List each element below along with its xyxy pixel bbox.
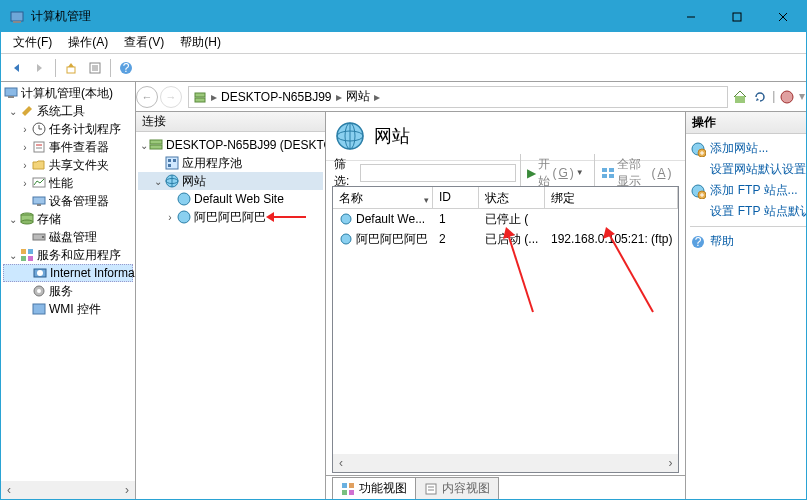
menubar: 文件(F) 操作(A) 查看(V) 帮助(H) <box>1 32 806 54</box>
sync-icon[interactable] <box>752 89 768 105</box>
svg-point-53 <box>178 193 190 205</box>
iis-icon <box>32 265 48 281</box>
app-icon <box>9 9 25 25</box>
tab-content[interactable]: 内容视图 <box>415 477 499 499</box>
action-add-ftp[interactable]: 添加 FTP 站点... <box>690 180 807 201</box>
menu-action[interactable]: 操作(A) <box>60 32 116 53</box>
connections-header: 连接 <box>136 112 325 132</box>
menu-view[interactable]: 查看(V) <box>116 32 172 53</box>
action-help[interactable]: ? 帮助 <box>690 231 807 252</box>
breadcrumb-separator-icon[interactable]: ▸ <box>372 90 382 104</box>
tree-services-apps[interactable]: ⌄ 服务和应用程序 <box>3 246 133 264</box>
expand-icon[interactable]: › <box>19 124 31 135</box>
tree-system-tools[interactable]: ⌄ 系统工具 <box>3 102 133 120</box>
expand-icon[interactable]: › <box>19 178 31 189</box>
main-area: 网站 筛选: ▶ 开始(G) ▼ 全部显示(A) <box>326 112 686 499</box>
menu-file[interactable]: 文件(F) <box>5 32 60 53</box>
column-header-state[interactable]: 状态 <box>479 187 545 208</box>
svg-text:?: ? <box>123 61 130 75</box>
action-add-website[interactable]: 添加网站... <box>690 138 807 159</box>
device-manager-icon <box>31 193 47 209</box>
filter-input[interactable] <box>360 164 516 182</box>
tree-task-scheduler[interactable]: › 任务计划程序 <box>3 120 133 138</box>
computer-icon <box>3 85 19 101</box>
breadcrumb-separator-icon[interactable]: ▸ <box>209 90 219 104</box>
expand-icon[interactable]: › <box>19 160 31 171</box>
left-scrollbar[interactable]: ‹ › <box>1 481 135 499</box>
maximize-button[interactable] <box>714 1 760 32</box>
up-button[interactable] <box>60 57 82 79</box>
properties-button[interactable] <box>84 57 106 79</box>
forward-button[interactable] <box>29 57 51 79</box>
titlebar: 计算机管理 <box>1 1 806 32</box>
site-icon <box>176 209 192 225</box>
expand-icon[interactable]: › <box>164 212 176 223</box>
svg-rect-0 <box>11 12 23 21</box>
collapse-icon[interactable]: ⌄ <box>7 106 19 117</box>
column-header-binding[interactable]: 绑定 <box>545 187 678 208</box>
svg-rect-48 <box>173 159 176 162</box>
tree-default-site[interactable]: Default Web Site <box>138 190 323 208</box>
column-header-name[interactable]: 名称 <box>333 187 433 208</box>
dropdown-arrow-icon[interactable]: ▾ <box>799 89 805 105</box>
stop-icon[interactable] <box>779 89 795 105</box>
nav-back-button[interactable]: ← <box>136 86 158 108</box>
breadcrumb-node[interactable]: DESKTOP-N65BJ99 <box>221 90 332 104</box>
scroll-left-icon[interactable]: ‹ <box>333 455 349 471</box>
collapse-icon[interactable]: ⌄ <box>7 250 19 261</box>
tree-wmi[interactable]: WMI 控件 <box>3 300 133 318</box>
scroll-right-icon[interactable]: › <box>662 455 678 471</box>
svg-rect-70 <box>342 490 347 495</box>
toolbar: ? <box>1 54 806 82</box>
help-button[interactable]: ? <box>115 57 137 79</box>
tree-label: 计算机管理(本地) <box>21 85 113 102</box>
svg-point-26 <box>21 220 33 224</box>
tree-device-manager[interactable]: 设备管理器 <box>3 192 133 210</box>
action-site-defaults[interactable]: 设置网站默认设置... <box>690 159 807 180</box>
column-header-id[interactable]: ID <box>433 187 479 208</box>
tree-services[interactable]: 服务 <box>3 282 133 300</box>
breadcrumb-node[interactable]: 网站 <box>346 88 370 105</box>
tree-custom-site[interactable]: › 阿巴阿巴阿巴 <box>138 208 323 226</box>
expand-icon[interactable]: › <box>19 142 31 153</box>
tree-storage[interactable]: ⌄ 存储 <box>3 210 133 228</box>
home-icon[interactable] <box>732 89 748 105</box>
close-button[interactable] <box>760 1 806 32</box>
menu-help[interactable]: 帮助(H) <box>172 32 229 53</box>
action-ftp-defaults[interactable]: 设置 FTP 站点默认值... <box>690 201 807 222</box>
mmc-tree[interactable]: 计算机管理(本地) ⌄ 系统工具 › 任务计划程序 › 事件查看器 › 共享文件… <box>1 82 135 481</box>
tree-performance[interactable]: › 性能 <box>3 174 133 192</box>
tree-disk-management[interactable]: 磁盘管理 <box>3 228 133 246</box>
sites-grid: 名称 ID 状态 绑定 Default We... 1 已停止 ( <box>332 186 679 473</box>
collapse-icon[interactable]: ⌄ <box>7 214 19 225</box>
toolbar-separator <box>55 59 56 77</box>
back-button[interactable] <box>5 57 27 79</box>
tree-root[interactable]: 计算机管理(本地) <box>3 84 133 102</box>
tab-features[interactable]: 功能视图 <box>332 477 416 499</box>
grid-body[interactable]: Default We... 1 已停止 ( 阿巴阿巴阿巴 2 已启动 (... … <box>333 209 678 454</box>
tree-iis[interactable]: Internet Informat <box>3 264 133 282</box>
nav-forward-button[interactable]: → <box>160 86 182 108</box>
collapse-icon[interactable]: ⌄ <box>140 140 148 151</box>
svg-rect-18 <box>34 142 44 152</box>
connections-tree[interactable]: ⌄ DESKTOP-N65BJ99 (DESKTOP 应用程序池 ⌄ 网站 <box>136 132 325 499</box>
site-icon <box>339 212 353 226</box>
minimize-button[interactable] <box>668 1 714 32</box>
breadcrumb-separator-icon[interactable]: ▸ <box>334 90 344 104</box>
left-panel: 计算机管理(本地) ⌄ 系统工具 › 任务计划程序 › 事件查看器 › 共享文件… <box>1 82 136 499</box>
grid-scrollbar[interactable]: ‹ › <box>333 454 678 472</box>
svg-rect-68 <box>342 483 347 488</box>
tree-app-pools[interactable]: 应用程序池 <box>138 154 323 172</box>
scroll-right-icon[interactable]: › <box>119 482 135 498</box>
tree-shared-folders[interactable]: › 共享文件夹 <box>3 156 133 174</box>
address-box[interactable]: ▸ DESKTOP-N65BJ99 ▸ 网站 ▸ <box>188 86 728 108</box>
tree-sites[interactable]: ⌄ 网站 <box>138 172 323 190</box>
collapse-icon[interactable]: ⌄ <box>152 176 164 187</box>
tree-server[interactable]: ⌄ DESKTOP-N65BJ99 (DESKTOP <box>138 136 323 154</box>
grid-row[interactable]: 阿巴阿巴阿巴 2 已启动 (... 192.168.0.105:21: (ftp… <box>333 229 678 249</box>
window-controls <box>668 1 806 32</box>
grid-row[interactable]: Default We... 1 已停止 ( <box>333 209 678 229</box>
tree-event-viewer[interactable]: › 事件查看器 <box>3 138 133 156</box>
scroll-left-icon[interactable]: ‹ <box>1 482 17 498</box>
page-title: 网站 <box>374 124 410 148</box>
